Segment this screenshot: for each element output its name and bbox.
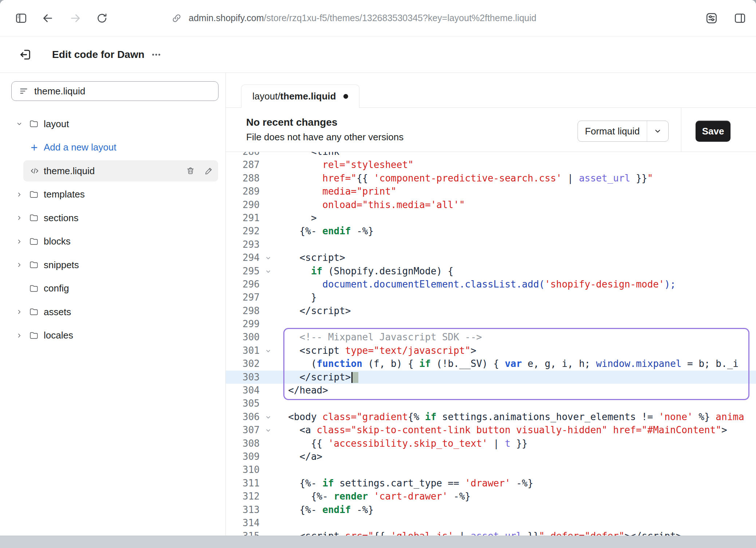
code-text[interactable]: {%- endif -%} (277, 503, 374, 516)
line-number[interactable]: 308 (226, 437, 260, 450)
save-button[interactable]: Save (696, 121, 731, 142)
back-icon[interactable] (42, 12, 54, 24)
line-number[interactable]: 295 (226, 265, 260, 278)
line-number[interactable]: 313 (226, 503, 260, 516)
code-line[interactable]: 289 media="print" (226, 185, 756, 198)
line-number[interactable]: 294 (226, 251, 260, 264)
line-number[interactable]: 297 (226, 291, 260, 304)
line-number[interactable]: 304 (226, 384, 260, 397)
fold-chevron-icon[interactable] (265, 424, 271, 435)
sidebar-item-layout[interactable]: layout (0, 112, 225, 136)
format-liquid-button[interactable]: Format liquid (578, 121, 669, 142)
code-line[interactable]: 293 (226, 238, 756, 251)
fold-chevron-icon[interactable] (265, 411, 271, 422)
line-number[interactable]: 301 (226, 344, 260, 357)
chevron-right-icon[interactable] (16, 262, 23, 268)
line-number[interactable]: 286 (226, 152, 260, 158)
code-text[interactable]: href="{{ 'component-predictive-search.cs… (277, 172, 653, 185)
tab-theme-liquid[interactable]: layout/theme.liquid (241, 85, 359, 108)
fold-chevron-icon[interactable] (265, 345, 271, 356)
code-text[interactable]: {%- render 'cart-drawer' -%} (277, 490, 470, 503)
sidebar-item-snippets[interactable]: snippets (0, 253, 225, 277)
code-text[interactable]: {%- if settings.cart_type == 'drawer' -%… (277, 477, 533, 490)
code-text[interactable]: </script> (277, 371, 358, 384)
chevron-right-icon[interactable] (16, 191, 23, 198)
edit-icon[interactable] (204, 167, 213, 175)
code-text[interactable]: rel="stylesheet" (277, 158, 414, 171)
code-line[interactable]: 294 <script> (226, 251, 756, 264)
code-line[interactable]: 306 <body class="gradient{% if settings.… (226, 410, 756, 423)
chevron-right-icon[interactable] (16, 215, 23, 221)
forward-icon[interactable] (69, 12, 82, 24)
extensions-icon[interactable] (705, 12, 718, 25)
line-number[interactable]: 305 (226, 397, 260, 410)
code-editor[interactable]: 286 <link287 rel="stylesheet"288 href="{… (226, 152, 756, 536)
line-number[interactable]: 291 (226, 211, 260, 224)
line-number[interactable]: 312 (226, 490, 260, 503)
line-number[interactable]: 300 (226, 330, 260, 344)
code-text[interactable]: document.documentElement.classList.add('… (277, 278, 676, 291)
code-line[interactable]: 314 (226, 516, 756, 529)
code-line[interactable]: 299 (226, 317, 756, 330)
reload-icon[interactable] (96, 12, 108, 24)
line-number[interactable]: 288 (226, 172, 260, 185)
line-number[interactable]: 302 (226, 357, 260, 370)
code-text[interactable]: {%- endif -%} (277, 224, 374, 238)
sidebar-toggle-icon[interactable] (15, 12, 28, 25)
panel-toggle-icon[interactable] (733, 12, 747, 25)
sidebar-item-config[interactable]: config (0, 277, 225, 301)
chevron-down-icon[interactable] (16, 121, 23, 127)
code-line[interactable]: 297 } (226, 291, 756, 304)
line-number[interactable]: 314 (226, 516, 260, 529)
code-text[interactable]: > (277, 211, 317, 224)
chevron-right-icon[interactable] (16, 309, 23, 315)
file-item-theme-liquid[interactable]: theme.liquid (23, 160, 218, 181)
code-line[interactable]: 287 rel="stylesheet" (226, 158, 756, 171)
action-add-a-new-layout[interactable]: Add a new layout (0, 136, 225, 160)
code-line[interactable]: 311 {%- if settings.cart_type == 'drawer… (226, 477, 756, 490)
file-filter-box[interactable] (11, 81, 218, 101)
code-text[interactable]: media="print" (277, 185, 397, 198)
code-text[interactable]: if (Shopify.designMode) { (277, 265, 453, 278)
chevron-right-icon[interactable] (16, 332, 23, 339)
code-text[interactable]: <link (277, 152, 339, 158)
line-number[interactable]: 315 (226, 529, 260, 536)
code-text[interactable]: <script> (277, 251, 345, 264)
line-number[interactable]: 303 (226, 371, 260, 384)
code-line[interactable]: 305 (226, 397, 756, 410)
code-text[interactable]: </a> (277, 450, 322, 463)
line-number[interactable]: 287 (226, 158, 260, 171)
code-text[interactable]: </head> (277, 384, 328, 397)
code-line[interactable]: 303 </script> (226, 371, 756, 384)
code-line[interactable]: 295 if (Shopify.designMode) { (226, 265, 756, 278)
code-line[interactable]: 296 document.documentElement.classList.a… (226, 278, 756, 291)
code-line[interactable]: 301 <script type="text/javascript"> (226, 344, 756, 357)
code-line[interactable]: 313 {%- endif -%} (226, 503, 756, 516)
chevron-down-icon[interactable] (647, 127, 668, 135)
code-text[interactable]: onload="this.media='all'" (277, 198, 465, 211)
code-text[interactable]: {{ 'accessibility.skip_to_text' | t }} (277, 437, 528, 450)
code-line[interactable]: 291 > (226, 211, 756, 224)
code-text[interactable]: <a class="skip-to-content-link button vi… (277, 423, 727, 437)
code-line[interactable]: 309 </a> (226, 450, 756, 463)
code-line[interactable]: 298 </script> (226, 304, 756, 317)
url-bar[interactable]: admin.shopify.com/store/rzq1xu-f5/themes… (189, 13, 536, 23)
horizontal-scrollbar[interactable] (0, 536, 756, 548)
line-number[interactable]: 307 (226, 423, 260, 437)
sidebar-item-locales[interactable]: locales (0, 324, 225, 348)
code-line[interactable]: 308 {{ 'accessibility.skip_to_text' | t … (226, 437, 756, 450)
code-line[interactable]: 288 href="{{ 'component-predictive-searc… (226, 172, 756, 185)
sidebar-item-sections[interactable]: sections (0, 206, 225, 230)
line-number[interactable]: 310 (226, 463, 260, 476)
code-text[interactable]: } (277, 291, 317, 304)
line-number[interactable]: 306 (226, 410, 260, 423)
file-filter-input[interactable] (34, 86, 218, 97)
code-text[interactable]: </script> (277, 304, 351, 317)
line-number[interactable]: 298 (226, 304, 260, 317)
fold-chevron-icon[interactable] (265, 266, 271, 277)
code-line[interactable]: 307 <a class="skip-to-content-link butto… (226, 423, 756, 437)
line-number[interactable]: 296 (226, 278, 260, 291)
code-line[interactable]: 312 {%- render 'cart-drawer' -%} (226, 490, 756, 503)
code-text[interactable]: (function (f, b) { if (!b.__SV) { var e,… (277, 357, 739, 370)
sidebar-item-blocks[interactable]: blocks (0, 230, 225, 254)
